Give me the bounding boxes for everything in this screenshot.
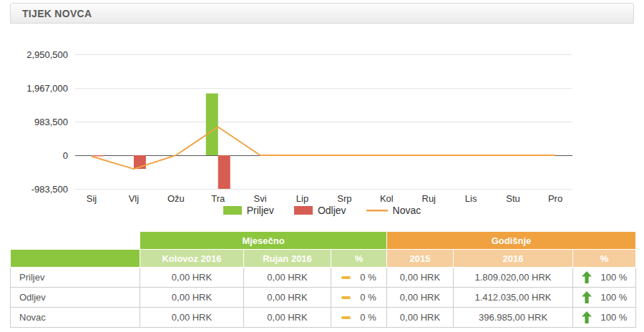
svg-text:Lis: Lis	[465, 193, 477, 204]
legend-label-odljev: Odljev	[318, 205, 346, 216]
svg-text:Stu: Stu	[506, 193, 520, 204]
svg-text:2,950,500: 2,950,500	[26, 49, 68, 60]
group-header-yearly: Godišnje	[387, 232, 636, 250]
svg-text:-983,500: -983,500	[31, 184, 68, 195]
group-header-monthly: Mjesečno	[140, 232, 387, 250]
table-row-priljev: Priljev 0,00 HRK 0,00 HRK 0 % 0,00 HRK 1…	[11, 268, 636, 288]
priljev-monthly-change: 0 %	[360, 272, 376, 283]
svg-text:Ruj: Ruj	[422, 193, 436, 204]
priljev-yearly-change-cell: 100 %	[573, 268, 636, 288]
odljev-kolovoz-value: 0,00 HRK	[140, 288, 244, 308]
row-label-header	[11, 250, 140, 268]
svg-text:Sij: Sij	[87, 193, 97, 204]
column-header-2016: 2016	[454, 250, 573, 268]
svg-text:Pro: Pro	[548, 193, 562, 204]
odljev-monthly-change: 0 %	[360, 292, 376, 303]
chart-legend: Priljev Odljev Novac	[0, 205, 644, 216]
svg-text:Tra: Tra	[211, 193, 225, 204]
svg-text:Vlj: Vlj	[129, 193, 140, 204]
novac-yearly-change: 100 %	[601, 312, 628, 323]
legend-label-novac: Novac	[393, 205, 421, 216]
odljev-yearly-change: 100 %	[601, 292, 628, 303]
legend-item-priljev[interactable]: Priljev	[223, 205, 274, 216]
svg-text:Kol: Kol	[380, 193, 394, 204]
novac-kolovoz-value: 0,00 HRK	[140, 308, 244, 328]
priljev-rujan-value: 0,00 HRK	[244, 268, 331, 288]
increase-arrow-up-icon	[582, 311, 592, 323]
svg-text:Svi: Svi	[254, 193, 267, 204]
novac-rujan-value: 0,00 HRK	[244, 308, 331, 328]
odljev-rujan-value: 0,00 HRK	[244, 288, 331, 308]
legend-label-priljev: Priljev	[247, 205, 274, 216]
svg-text:0: 0	[63, 150, 68, 161]
novac-2016-value: 396.985,00 HRK	[454, 308, 573, 328]
svg-text:Lip: Lip	[296, 193, 308, 204]
priljev-2015-value: 0,00 HRK	[387, 268, 454, 288]
no-change-dash-icon	[341, 316, 351, 319]
cashflow-summary-table: Mjesečno Godišnje Kolovoz 2016 Rujan 201…	[10, 231, 636, 328]
legend-item-odljev[interactable]: Odljev	[294, 205, 346, 216]
novac-monthly-change-cell: 0 %	[331, 308, 387, 328]
column-header-2015: 2015	[387, 250, 454, 268]
svg-text:983,500: 983,500	[34, 117, 68, 127]
table-row-odljev: Odljev 0,00 HRK 0,00 HRK 0 % 0,00 HRK 1.…	[11, 288, 636, 308]
priljev-yearly-change: 100 %	[601, 272, 628, 283]
odljev-2015-value: 0,00 HRK	[387, 288, 454, 308]
page-header: TIJEK NOVCA	[10, 3, 634, 24]
priljev-monthly-change-cell: 0 %	[331, 268, 387, 288]
row-label-odljev: Odljev	[11, 288, 140, 308]
novac-series-line-icon	[366, 209, 388, 212]
priljev-series-swatch-icon	[223, 206, 242, 215]
odljev-monthly-change-cell: 0 %	[331, 288, 387, 308]
column-header-kolovoz-2016: Kolovoz 2016	[140, 250, 244, 268]
increase-arrow-up-icon	[582, 271, 592, 283]
novac-yearly-change-cell: 100 %	[573, 308, 636, 328]
row-label-novac: Novac	[11, 308, 140, 328]
page-title: TIJEK NOVCA	[22, 8, 92, 19]
priljev-kolovoz-value: 0,00 HRK	[140, 268, 244, 288]
column-header-yearly-percent: %	[573, 250, 636, 268]
column-header-monthly-percent: %	[331, 250, 387, 268]
svg-text:Ožu: Ožu	[167, 193, 185, 204]
svg-text:Srp: Srp	[337, 193, 351, 204]
odljev-2016-value: 1.412.035,00 HRK	[454, 288, 573, 308]
legend-item-novac[interactable]: Novac	[366, 205, 421, 216]
column-header-rujan-2016: Rujan 2016	[244, 250, 331, 268]
cashflow-chart: 2,950,5001,967,000983,5000-983,500SijVlj…	[0, 43, 644, 206]
priljev-2016-value: 1.809.020,00 HRK	[454, 268, 573, 288]
novac-2015-value: 0,00 HRK	[387, 308, 454, 328]
row-label-priljev: Priljev	[11, 268, 140, 288]
table-corner-blank	[11, 232, 140, 250]
odljev-series-swatch-icon	[294, 206, 313, 215]
novac-monthly-change: 0 %	[360, 312, 376, 323]
no-change-dash-icon	[341, 296, 351, 299]
no-change-dash-icon	[341, 276, 351, 279]
svg-text:1,967,000: 1,967,000	[26, 83, 68, 94]
odljev-yearly-change-cell: 100 %	[573, 288, 636, 308]
table-row-novac: Novac 0,00 HRK 0,00 HRK 0 % 0,00 HRK 396…	[11, 308, 636, 328]
increase-arrow-up-icon	[582, 291, 592, 303]
